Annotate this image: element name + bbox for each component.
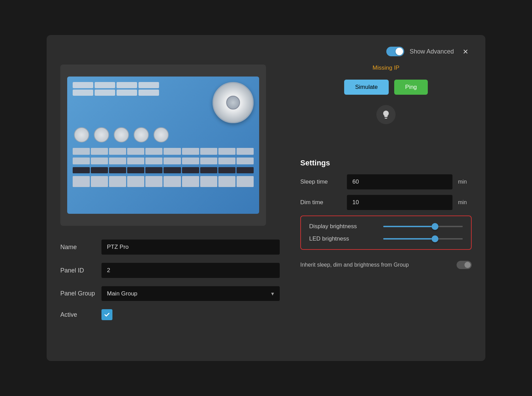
inherit-row: Inherit sleep, dim and brightness from G… (300, 258, 472, 272)
right-panel: Missing IP Simulate Ping Settings Sleep … (300, 65, 472, 328)
ptz-wide-btn (200, 176, 217, 187)
sleep-time-input[interactable] (347, 174, 452, 189)
brightness-section: Display brightness LED brightness (300, 216, 472, 250)
ptz-grid-btn (73, 158, 90, 164)
led-brightness-slider-container (383, 238, 463, 240)
close-button[interactable]: × (459, 45, 472, 58)
panel-id-row: Panel ID (60, 263, 280, 278)
ptz-wide-btn (145, 176, 162, 187)
ptz-grid-btn (145, 158, 162, 164)
panel-group-select[interactable]: Main Group (101, 286, 280, 301)
display-brightness-label: Display brightness (309, 223, 378, 230)
active-row: Active (60, 309, 280, 320)
ptz-dark-btn (164, 167, 181, 173)
top-bar: Show Advanced × (60, 45, 472, 58)
ptz-grid-btn (164, 158, 181, 164)
ptz-btn (95, 90, 115, 96)
ptz-grid-btn (200, 158, 217, 164)
ptz-grid-btn (109, 148, 126, 155)
ptz-wide-btn (218, 176, 235, 187)
display-brightness-fill (383, 226, 435, 227)
ptz-dark-btn (218, 167, 235, 173)
lightbulb-icon (381, 110, 391, 119)
ptz-dark-btn (73, 167, 90, 173)
ptz-top-row (73, 82, 254, 123)
simulate-button[interactable]: Simulate (344, 80, 389, 95)
panel-group-select-wrapper: Main Group ▼ (101, 286, 280, 301)
ptz-grid-btn (182, 148, 199, 155)
ptz-knob (154, 127, 169, 142)
ptz-wide-btn (127, 176, 144, 187)
ptz-grid-btn (91, 158, 108, 164)
ptz-btn (73, 82, 93, 88)
name-label: Name (60, 244, 101, 251)
action-buttons: Simulate Ping (344, 80, 428, 95)
ptz-dark-btn (109, 167, 126, 173)
ptz-wide-btn (91, 176, 108, 187)
show-advanced-toggle[interactable] (386, 47, 404, 56)
toggle-knob (396, 48, 403, 55)
ptz-wide-btn (164, 176, 181, 187)
ptz-dark-btn (127, 167, 144, 173)
display-brightness-slider-container (383, 226, 463, 227)
inherit-toggle-knob (464, 262, 471, 268)
dim-time-unit: min (458, 199, 472, 206)
ptz-grid-btn (164, 148, 181, 155)
inherit-label: Inherit sleep, dim and brightness from G… (300, 262, 409, 268)
form-section: Name Panel ID Panel Group Main Group ▼ (60, 240, 280, 320)
ptz-grid-btn (127, 148, 144, 155)
ptz-knobs-row (73, 127, 254, 142)
active-checkbox[interactable] (101, 309, 112, 320)
dim-time-row: Dim time min (300, 195, 472, 210)
ptz-btn (73, 90, 93, 96)
ptz-wide-btn (73, 176, 90, 187)
panel-id-input[interactable] (101, 263, 280, 278)
ptz-dark-btn (182, 167, 199, 173)
ptz-grid-row-dark (73, 167, 254, 173)
ptz-grid-btn (237, 158, 254, 164)
ptz-grid-row-1 (73, 148, 254, 155)
ptz-dark-btn (145, 167, 162, 173)
ptz-grid-btn (127, 158, 144, 164)
show-advanced-label: Show Advanced (410, 48, 454, 55)
display-brightness-thumb[interactable] (432, 223, 438, 230)
ptz-dial (213, 82, 254, 123)
dim-time-label: Dim time (300, 199, 341, 206)
ptz-btn (117, 82, 137, 88)
device-preview (60, 65, 266, 226)
ptz-btn (138, 90, 159, 96)
panel-group-row: Panel Group Main Group ▼ (60, 286, 280, 301)
ptz-grid-btn (237, 148, 254, 155)
ptz-grid-btn (200, 148, 217, 155)
ptz-btn (95, 82, 115, 88)
settings-section: Settings Sleep time min Dim time min Dis… (300, 159, 472, 272)
ptz-dark-btn (237, 167, 254, 173)
ptz-grid-row-wide (73, 176, 254, 187)
ptz-grid-btn (73, 148, 90, 155)
led-brightness-row: LED brightness (309, 235, 463, 242)
led-brightness-thumb[interactable] (432, 235, 438, 242)
ptz-knob (94, 127, 109, 142)
sleep-time-label: Sleep time (300, 178, 341, 185)
panel-id-label: Panel ID (60, 267, 101, 274)
sleep-time-unit: min (458, 179, 472, 185)
ptz-dark-btn (91, 167, 108, 173)
display-brightness-track (383, 226, 463, 227)
led-brightness-track (383, 238, 463, 240)
ptz-grid-btn (91, 148, 108, 155)
ptz-knob (114, 127, 129, 142)
ptz-dial-inner (226, 96, 240, 109)
ptz-button-grid (73, 82, 159, 96)
checkmark-icon (104, 311, 110, 318)
dim-time-input[interactable] (347, 195, 452, 210)
inherit-toggle[interactable] (457, 261, 472, 269)
name-input[interactable] (101, 240, 280, 255)
device-screen (67, 77, 259, 214)
ptz-wide-btn (182, 176, 199, 187)
name-row: Name (60, 240, 280, 255)
ptz-btn (117, 90, 137, 96)
active-label: Active (60, 311, 101, 318)
ping-button[interactable]: Ping (394, 80, 428, 95)
ptz-wide-btn (109, 176, 126, 187)
panel-group-label: Panel Group (60, 290, 101, 297)
